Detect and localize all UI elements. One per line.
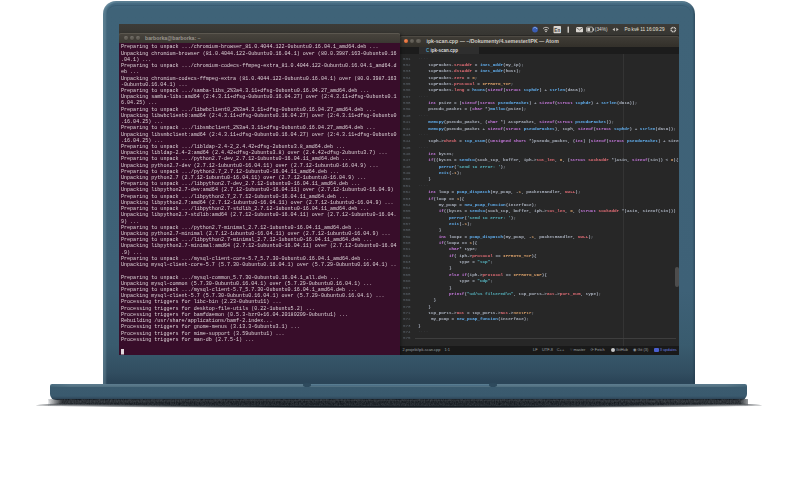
svg-text:(34%): (34%): [595, 27, 608, 32]
svg-text:En: En: [554, 28, 560, 33]
svg-text:Po kvě 11 16:09:29: Po kvě 11 16:09:29: [625, 27, 665, 32]
